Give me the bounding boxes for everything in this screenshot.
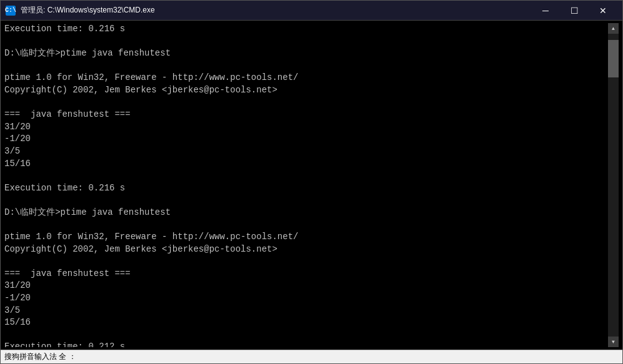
console-line: Execution time: 0.216 s	[4, 23, 608, 36]
console-line: 3/5	[4, 305, 608, 317]
scrollbar-track[interactable]	[608, 34, 619, 337]
scrollbar-thumb[interactable]	[608, 40, 619, 77]
close-button[interactable]: ✕	[589, 1, 617, 21]
scroll-up-button[interactable]: ▲	[608, 23, 619, 34]
console-area[interactable]: Execution time: 0.216 s D:\临时文件>ptime ja…	[1, 21, 622, 350]
console-line: Copyright(C) 2002, Jem Berkes <jberkes@p…	[4, 243, 608, 256]
console-line: D:\临时文件>ptime java fenshutest	[4, 47, 608, 60]
console-line	[4, 60, 608, 72]
console-line	[4, 329, 608, 342]
title-bar-left: C:\ 管理员: C:\Windows\system32\CMD.exe	[6, 5, 155, 16]
scroll-down-button[interactable]: ▼	[608, 337, 619, 347]
console-line: 31/20	[4, 121, 608, 134]
console-line: ptime 1.0 for Win32, Freeware - http://w…	[4, 72, 608, 84]
console-content: Execution time: 0.216 s D:\临时文件>ptime ja…	[4, 23, 608, 347]
cmd-window: C:\ 管理员: C:\Windows\system32\CMD.exe ─ ☐…	[0, 0, 623, 364]
window-title: 管理员: C:\Windows\system32\CMD.exe	[21, 5, 155, 16]
console-line: Copyright(C) 2002, Jem Berkes <jberkes@p…	[4, 84, 608, 97]
console-line: 3/5	[4, 145, 608, 158]
console-line: -1/20	[4, 133, 608, 145]
console-line	[4, 36, 608, 48]
console-line: 15/16	[4, 317, 608, 329]
console-line: ptime 1.0 for Win32, Freeware - http://w…	[4, 231, 608, 243]
console-line	[4, 170, 608, 182]
console-line: Execution time: 0.212 s	[4, 341, 608, 347]
console-line: === java fenshutest ===	[4, 268, 608, 280]
ime-bar: 搜狗拼音输入法 全 ：	[1, 350, 622, 363]
console-line: === java fenshutest ===	[4, 109, 608, 121]
console-line	[4, 255, 608, 268]
console-line: 15/16	[4, 158, 608, 170]
console-line	[4, 194, 608, 207]
ime-text: 搜狗拼音输入法 全 ：	[4, 352, 76, 362]
console-line: -1/20	[4, 292, 608, 305]
cmd-icon: C:\	[6, 6, 16, 16]
minimize-button[interactable]: ─	[531, 1, 560, 21]
console-line: 31/20	[4, 280, 608, 292]
console-line: D:\临时文件>ptime java fenshutest	[4, 207, 608, 219]
console-line	[4, 97, 608, 109]
title-bar: C:\ 管理员: C:\Windows\system32\CMD.exe ─ ☐…	[1, 1, 622, 21]
console-line	[4, 219, 608, 232]
scrollbar[interactable]: ▲ ▼	[608, 23, 619, 347]
restore-button[interactable]: ☐	[560, 1, 589, 21]
console-line: Execution time: 0.216 s	[4, 182, 608, 195]
window-controls: ─ ☐ ✕	[531, 1, 617, 21]
